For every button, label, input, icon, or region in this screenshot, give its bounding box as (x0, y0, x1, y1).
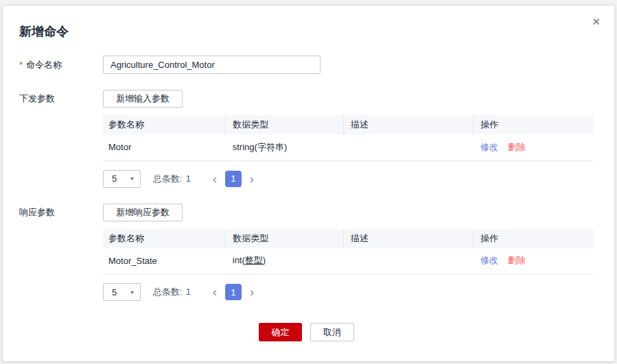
delete-link[interactable]: 删除 (508, 255, 526, 265)
table-header-row: 参数名称 数据类型 描述 操作 (103, 115, 594, 134)
cell-param-name: Motor (103, 134, 226, 160)
cell-data-type: int(整型) (226, 248, 344, 274)
response-params-label: 响应参数 (19, 204, 103, 221)
table-header-row: 参数名称 数据类型 描述 操作 (103, 229, 594, 248)
page-number-button[interactable]: 1 (225, 171, 242, 187)
header-operation: 操作 (474, 229, 594, 248)
header-param-name: 参数名称 (103, 229, 226, 248)
close-button[interactable]: ✕ (590, 15, 602, 29)
confirm-button[interactable]: 确定 (259, 323, 302, 341)
response-params-table: 参数名称 数据类型 描述 操作 Motor_State int(整型) 修改删除 (103, 229, 594, 275)
delete-link[interactable]: 删除 (508, 142, 526, 152)
prev-page-button[interactable]: ‹ (210, 284, 220, 300)
cancel-button[interactable]: 取消 (310, 323, 354, 341)
required-asterisk: * (19, 60, 23, 70)
dialog-footer: 确定 取消 (19, 323, 594, 341)
response-pagination: 5 ▼ 总条数:1 ‹ 1 › (103, 283, 594, 301)
delivery-pagination: 5 ▼ 总条数:1 ‹ 1 › (103, 170, 594, 188)
page-number-button[interactable]: 1 (225, 284, 242, 300)
close-icon: ✕ (592, 16, 601, 27)
prev-page-button[interactable]: ‹ (210, 171, 220, 187)
cell-operation: 修改删除 (474, 134, 594, 160)
page-size-select[interactable]: 5 ▼ (103, 170, 141, 188)
header-data-type: 数据类型 (226, 115, 344, 134)
delivery-params-section: 下发参数 新增输入参数 参数名称 数据类型 描述 操作 Motor string (19, 90, 594, 188)
command-name-label: *命令名称 (19, 56, 103, 74)
header-description: 描述 (343, 229, 473, 248)
page-size-value: 5 (112, 287, 117, 298)
chevron-down-icon: ▼ (129, 176, 135, 181)
header-description: 描述 (343, 115, 473, 134)
cell-data-type: string(字符串) (226, 134, 344, 160)
header-operation: 操作 (474, 115, 594, 134)
next-page-button[interactable]: › (247, 171, 257, 187)
edit-link[interactable]: 修改 (480, 142, 498, 152)
cell-description (343, 248, 473, 274)
chevron-down-icon: ▼ (129, 290, 135, 295)
header-param-name: 参数名称 (103, 115, 226, 134)
next-page-button[interactable]: › (247, 284, 257, 300)
add-command-dialog: 新增命令 ✕ *命令名称 下发参数 新增输入参数 参数名称 数据类型 描述 操作 (2, 5, 615, 362)
cell-param-name: Motor_State (103, 248, 226, 274)
delivery-params-table: 参数名称 数据类型 描述 操作 Motor string(字符串) 修改删除 (103, 115, 594, 161)
total-count-text: 总条数:1 (153, 286, 191, 298)
command-name-label-text: 命令名称 (26, 60, 62, 70)
command-name-input[interactable] (103, 56, 321, 74)
response-params-section: 响应参数 新增响应参数 参数名称 数据类型 描述 操作 Motor_State (19, 204, 594, 302)
total-count-text: 总条数:1 (153, 173, 191, 185)
cell-operation: 修改删除 (474, 248, 594, 274)
delivery-params-label: 下发参数 (19, 90, 103, 108)
page-size-value: 5 (112, 173, 117, 184)
page-size-select[interactable]: 5 ▼ (103, 283, 141, 301)
add-response-param-button[interactable]: 新增响应参数 (103, 204, 183, 221)
edit-link[interactable]: 修改 (480, 255, 498, 265)
command-name-row: *命令名称 (19, 56, 594, 74)
table-row: Motor_State int(整型) 修改删除 (103, 248, 594, 274)
header-data-type: 数据类型 (226, 229, 344, 248)
table-row: Motor string(字符串) 修改删除 (103, 134, 594, 160)
dialog-title: 新增命令 (19, 23, 594, 40)
add-input-param-button[interactable]: 新增输入参数 (103, 90, 183, 108)
cell-description (343, 134, 473, 160)
